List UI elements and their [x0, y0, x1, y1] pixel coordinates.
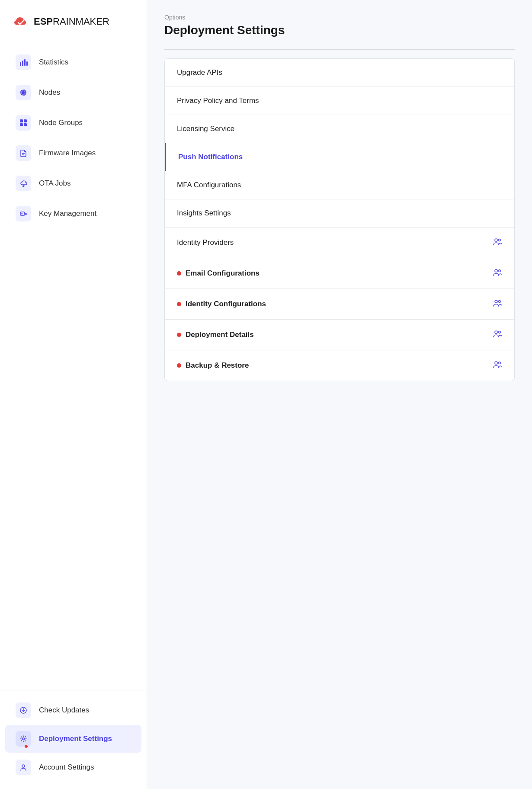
push-notifications-label: Push Notifications	[178, 153, 243, 161]
svg-point-34	[22, 765, 25, 767]
node-groups-label: Node Groups	[39, 119, 83, 127]
svg-rect-1	[20, 62, 21, 66]
user-icon	[16, 760, 31, 775]
chip-icon	[16, 85, 31, 100]
settings-item-upgrade-apis[interactable]: Upgrade APIs	[165, 59, 514, 87]
sidebar-item-deployment-settings[interactable]: Deployment Settings	[5, 725, 141, 753]
divider	[164, 49, 515, 50]
settings-item-backup-restore[interactable]: Backup & Restore	[165, 350, 514, 381]
users-icon	[493, 237, 502, 248]
firmware-label: Firmware Images	[39, 149, 96, 157]
sidebar-bottom: Check Updates Deployment Settings Accoun…	[0, 690, 147, 789]
sidebar-item-check-updates[interactable]: Check Updates	[5, 696, 141, 724]
deployment-details-dot	[177, 333, 181, 337]
ota-jobs-label: OTA Jobs	[39, 179, 71, 188]
sidebar-navigation: Statistics	[0, 42, 147, 690]
settings-list: Upgrade APIs Privacy Policy and Terms Li…	[164, 58, 515, 381]
deployment-details-users-icon	[493, 329, 502, 340]
upgrade-apis-label: Upgrade APIs	[177, 68, 222, 77]
settings-item-privacy-policy[interactable]: Privacy Policy and Terms	[165, 87, 514, 115]
page-title: Deployment Settings	[164, 23, 515, 37]
svg-point-42	[499, 331, 501, 334]
svg-point-38	[499, 270, 501, 272]
settings-item-identity-config[interactable]: Identity Configurations	[165, 289, 514, 320]
svg-rect-6	[22, 91, 25, 94]
svg-rect-3	[24, 59, 26, 66]
email-config-dot	[177, 271, 181, 276]
svg-point-40	[499, 301, 501, 303]
svg-rect-2	[22, 61, 23, 66]
svg-point-44	[499, 362, 501, 364]
deployment-details-label: Deployment Details	[177, 330, 254, 339]
backup-restore-dot	[177, 363, 181, 368]
svg-point-33	[22, 738, 25, 740]
svg-rect-22	[24, 123, 27, 126]
backup-restore-users-icon	[493, 360, 502, 371]
file-icon	[16, 145, 31, 161]
identity-providers-label: Identity Providers	[177, 238, 234, 247]
sidebar: ESPRAINMAKER Statistics	[0, 0, 147, 789]
settings-item-mfa[interactable]: MFA Configurations	[165, 171, 514, 199]
logo-text: ESPRAINMAKER	[34, 16, 109, 27]
settings-item-email-config[interactable]: Email Configurations	[165, 258, 514, 289]
key-icon	[16, 206, 31, 221]
key-management-label: Key Management	[39, 209, 96, 218]
settings-item-push-notifications[interactable]: Push Notifications	[165, 143, 514, 171]
sidebar-item-nodes[interactable]: Nodes	[5, 78, 141, 107]
esp-logo-icon	[10, 12, 29, 31]
statistics-label: Statistics	[39, 58, 68, 67]
identity-config-dot	[177, 302, 181, 306]
sidebar-item-account-settings[interactable]: Account Settings	[5, 754, 141, 781]
account-settings-label: Account Settings	[39, 763, 94, 772]
svg-rect-4	[26, 61, 28, 66]
svg-point-36	[499, 239, 501, 241]
svg-point-43	[495, 362, 497, 364]
main-content: Options Deployment Settings Upgrade APIs…	[147, 0, 532, 789]
breadcrumb: Options	[164, 14, 515, 21]
check-updates-label: Check Updates	[39, 706, 89, 715]
svg-point-35	[495, 239, 497, 241]
sidebar-item-ota-jobs[interactable]: OTA Jobs	[5, 169, 141, 198]
svg-point-41	[495, 331, 497, 334]
email-config-label: Email Configurations	[177, 269, 260, 278]
svg-point-37	[495, 269, 497, 272]
svg-point-39	[495, 300, 497, 303]
mfa-label: MFA Configurations	[177, 181, 241, 189]
nodes-label: Nodes	[39, 88, 60, 97]
settings-item-identity-providers[interactable]: Identity Providers	[165, 228, 514, 258]
bar-chart-icon	[16, 55, 31, 70]
deployment-settings-badge	[24, 744, 28, 748]
email-users-icon	[493, 268, 502, 279]
sidebar-item-key-management[interactable]: Key Management	[5, 199, 141, 228]
settings-item-deployment-details[interactable]: Deployment Details	[165, 320, 514, 350]
svg-rect-21	[20, 123, 23, 126]
identity-config-label: Identity Configurations	[177, 300, 266, 308]
download-icon	[16, 702, 31, 718]
privacy-policy-label: Privacy Policy and Terms	[177, 96, 259, 105]
sidebar-item-firmware[interactable]: Firmware Images	[5, 138, 141, 168]
deployment-settings-label: Deployment Settings	[39, 734, 112, 743]
svg-rect-19	[20, 119, 23, 122]
cloud-icon	[16, 176, 31, 191]
svg-rect-27	[22, 213, 23, 215]
insights-label: Insights Settings	[177, 209, 231, 218]
gear-icon	[16, 731, 31, 747]
licensing-service-label: Licensing Service	[177, 125, 234, 133]
identity-config-users-icon	[493, 298, 502, 310]
backup-restore-label: Backup & Restore	[177, 361, 249, 370]
grid-icon	[16, 115, 31, 131]
settings-item-licensing-service[interactable]: Licensing Service	[165, 115, 514, 143]
sidebar-item-statistics[interactable]: Statistics	[5, 48, 141, 77]
settings-item-insights[interactable]: Insights Settings	[165, 199, 514, 228]
logo: ESPRAINMAKER	[0, 0, 147, 42]
svg-rect-20	[24, 119, 27, 122]
sidebar-item-node-groups[interactable]: Node Groups	[5, 108, 141, 138]
